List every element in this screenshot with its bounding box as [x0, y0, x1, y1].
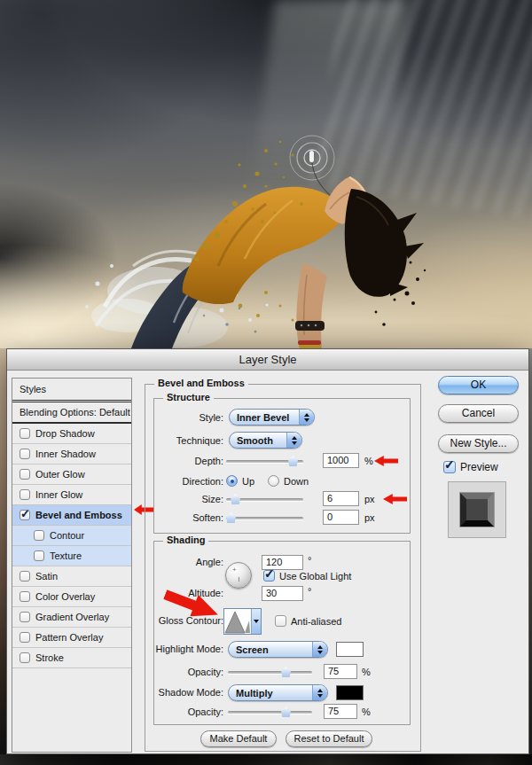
technique-value: Smooth	[230, 435, 286, 446]
sidebar-item-drop-shadow[interactable]: Drop Shadow	[12, 424, 131, 444]
angle-dial[interactable]: +	[225, 562, 252, 589]
stepper-icon[interactable]	[312, 642, 327, 657]
style-checkbox[interactable]	[20, 591, 30, 602]
soften-label: Soften:	[154, 511, 223, 525]
shadow-mode-select[interactable]: Multiply	[228, 684, 328, 701]
technique-select[interactable]: Smooth	[229, 432, 302, 449]
style-checkbox[interactable]	[20, 652, 30, 663]
figure-illustration	[0, 0, 532, 348]
slider-thumb[interactable]	[281, 667, 291, 677]
contour-cone-icon	[224, 609, 251, 634]
shadow-color-swatch[interactable]	[336, 685, 364, 700]
reset-to-default-button[interactable]: Reset to Default	[286, 730, 372, 747]
styles-list: Drop ShadowInner ShadowOuter GlowInner G…	[12, 424, 131, 668]
slider-track[interactable]	[228, 671, 312, 674]
sidebar-item-label: Gradient Overlay	[35, 612, 109, 622]
direction-radio-down[interactable]	[268, 475, 279, 487]
use-global-light-checkbox[interactable]: ✓	[263, 570, 275, 582]
shadow-opacity-label: Opacity:	[154, 705, 223, 719]
highlight-mode-select[interactable]: Screen	[228, 641, 328, 658]
red-arrow-size	[383, 494, 407, 504]
preview-label: Preview	[460, 460, 498, 474]
slider-thumb[interactable]	[226, 512, 236, 523]
sidebar-item-satin[interactable]: Satin	[12, 566, 131, 587]
shading-title: Shading	[163, 535, 208, 545]
antialiased-checkbox[interactable]	[275, 615, 286, 627]
cancel-button[interactable]: Cancel	[438, 404, 519, 423]
sidebar-item-blending-options[interactable]: Blending Options: Default	[12, 402, 131, 424]
depth-input[interactable]: 1000	[323, 453, 359, 468]
style-select[interactable]: Inner Bevel	[229, 409, 315, 425]
style-value: Inner Bevel	[230, 412, 299, 423]
style-checkbox[interactable]	[20, 469, 30, 480]
technique-label: Technique:	[154, 433, 223, 448]
sidebar-item-color-overlay[interactable]: Color Overlay	[12, 587, 131, 607]
sidebar-item-label: Satin	[35, 571, 58, 582]
sidebar-item-stroke[interactable]: Stroke	[12, 648, 131, 668]
contour-thumbnail[interactable]	[224, 609, 251, 634]
make-default-button[interactable]: Make Default	[200, 730, 277, 747]
slider-track[interactable]	[228, 711, 312, 714]
depth-label: Depth:	[154, 454, 223, 468]
style-checkbox[interactable]	[34, 550, 44, 561]
shadow-opacity-slider[interactable]	[228, 706, 312, 717]
slider-thumb[interactable]	[288, 456, 298, 466]
altitude-unit: °	[308, 584, 311, 598]
soften-input[interactable]: 0	[323, 510, 359, 525]
direction-down-label: Down	[284, 474, 309, 488]
slider-thumb[interactable]	[281, 706, 291, 717]
highlight-color-swatch[interactable]	[336, 642, 364, 657]
sidebar-header: Styles	[12, 379, 131, 402]
style-checkbox[interactable]	[20, 632, 30, 643]
style-checkbox[interactable]	[20, 489, 30, 500]
contour-dropdown-arrow[interactable]	[251, 609, 261, 634]
sidebar-item-texture[interactable]: Texture	[12, 546, 131, 566]
dialog-title-bar[interactable]: Layer Style	[7, 349, 528, 371]
sidebar-item-inner-shadow[interactable]: Inner Shadow	[12, 444, 131, 464]
sidebar-item-inner-glow[interactable]: Inner Glow	[12, 485, 131, 505]
sidebar-item-pattern-overlay[interactable]: Pattern Overlay	[12, 628, 131, 648]
stepper-icon[interactable]	[312, 685, 327, 700]
style-label: Style:	[154, 410, 223, 425]
stepper-icon[interactable]	[299, 410, 314, 425]
sidebar-item-contour[interactable]: Contour	[12, 526, 131, 546]
sidebar-item-bevel-and-emboss[interactable]: ✓Bevel and Emboss	[12, 505, 131, 526]
panel-title: Bevel and Emboss	[154, 378, 248, 388]
size-unit: px	[364, 492, 375, 506]
style-checkbox[interactable]	[20, 571, 30, 582]
sidebar-item-label: Inner Shadow	[35, 449, 96, 459]
style-checkbox[interactable]: ✓	[20, 510, 30, 520]
style-checkbox[interactable]	[34, 530, 44, 541]
sidebar-item-outer-glow[interactable]: Outer Glow	[12, 464, 131, 485]
style-checkbox[interactable]	[20, 449, 30, 459]
shadow-mode-value: Multiply	[229, 688, 312, 699]
style-checkbox[interactable]	[20, 428, 30, 439]
sidebar-item-label: Stroke	[35, 652, 64, 663]
ok-button[interactable]: OK	[438, 376, 519, 394]
soften-slider[interactable]	[226, 512, 303, 523]
size-input[interactable]: 6	[323, 491, 359, 506]
sidebar-item-label: Pattern Overlay	[35, 632, 103, 643]
altitude-input[interactable]: 30	[262, 586, 303, 601]
structure-group: Structure Style: Inner Bevel Technique: …	[153, 398, 411, 534]
direction-up-label: Up	[242, 474, 254, 488]
direction-radio-up[interactable]	[226, 475, 238, 487]
shadow-opacity-input[interactable]: 75	[324, 704, 357, 719]
stepper-icon[interactable]	[286, 433, 301, 448]
sidebar-item-gradient-overlay[interactable]: Gradient Overlay	[12, 607, 131, 628]
sidebar-item-label: Bevel and Emboss	[35, 510, 122, 520]
preview-checkbox[interactable]: ✓	[443, 461, 456, 473]
slider-track[interactable]	[226, 517, 303, 519]
highlight-opacity-input[interactable]: 75	[324, 664, 357, 679]
gloss-contour-picker[interactable]	[223, 608, 262, 635]
style-checkbox[interactable]	[20, 612, 30, 622]
soften-unit: px	[364, 511, 375, 525]
sidebar-item-label: Contour	[50, 530, 84, 541]
antialiased-label: Anti-aliased	[291, 614, 341, 628]
new-style-button[interactable]: New Style...	[438, 434, 519, 453]
highlight-opacity-slider[interactable]	[228, 667, 312, 677]
highlight-mode-value: Screen	[229, 644, 312, 655]
slider-thumb[interactable]	[231, 494, 240, 504]
size-slider[interactable]	[226, 494, 303, 504]
depth-slider[interactable]	[226, 456, 303, 466]
